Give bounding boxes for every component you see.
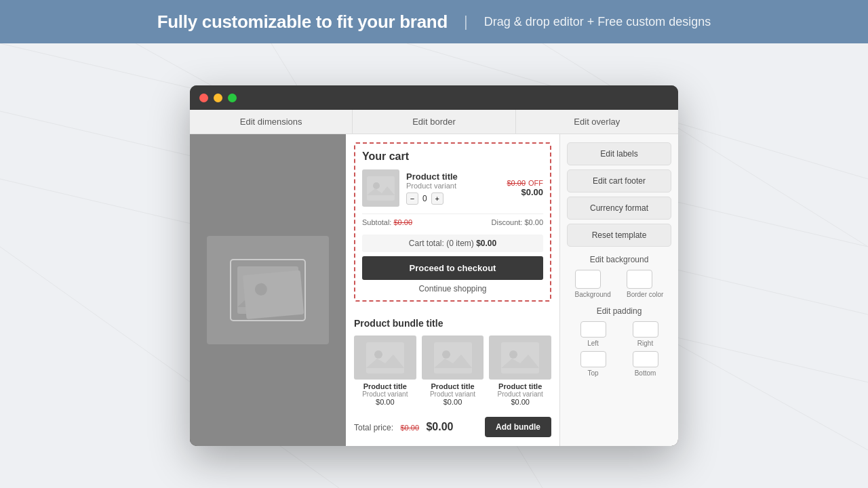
bundle-product-image-1 — [354, 336, 416, 380]
subtotal-value: $0.00 — [393, 218, 412, 226]
bundle-total-area: Total price: $0.00 $0.00 — [354, 421, 454, 433]
cart-item: Product title Product variant − 0 + $0.0… — [362, 169, 543, 207]
bundle-product-price-1: $0.00 — [354, 398, 416, 406]
padding-top-bottom-row: Top Bottom — [567, 351, 671, 377]
header-divider: | — [464, 13, 468, 30]
svg-point-14 — [373, 182, 380, 189]
svg-point-16 — [374, 350, 382, 359]
padding-bottom-container: Bottom — [633, 351, 658, 377]
border-color-swatch[interactable] — [627, 270, 652, 289]
subtotal-label: Subtotal: $0.00 — [362, 218, 412, 226]
color-swatches: Background Border color — [567, 270, 671, 298]
background-swatch-container: Background — [575, 270, 611, 298]
cart-item-title: Product title — [406, 171, 500, 182]
border-color-label: Border color — [627, 291, 663, 298]
maximize-button[interactable] — [228, 94, 237, 102]
cart-total-line: Cart total: (0 item) $0.00 — [362, 235, 543, 252]
bundle-total-price: $0.00 — [426, 421, 453, 432]
bundle-total-original: $0.00 — [400, 424, 419, 432]
bundle-product-title-3: Product title — [489, 382, 551, 390]
bundle-title: Product bundle title — [354, 318, 551, 329]
background-label: Background — [575, 291, 611, 298]
svg-rect-19 — [501, 342, 539, 373]
cart-item-image — [362, 169, 399, 207]
padding-top-container: Top — [580, 351, 606, 377]
add-bundle-button[interactable]: Add bundle — [485, 417, 551, 437]
cart-item-price: $0.00 — [507, 187, 543, 197]
right-panel: Edit labels Edit cart footer Currency fo… — [559, 134, 678, 446]
minimize-button[interactable] — [214, 94, 222, 102]
cart-totals: Subtotal: $0.00 Discount: $0.00 — [362, 214, 543, 230]
svg-point-20 — [509, 350, 517, 359]
bundle-products: Product title Product variant $0.00 — [354, 336, 551, 406]
padding-right-container: Right — [633, 321, 658, 347]
bundle-product-price-3: $0.00 — [489, 398, 551, 406]
padding-left-container: Left — [580, 321, 606, 347]
placeholder-image — [207, 236, 329, 344]
svg-rect-11 — [243, 270, 304, 319]
bundle-product-1: Product title Product variant $0.00 — [354, 336, 416, 406]
svg-rect-13 — [367, 176, 395, 201]
background-swatch[interactable] — [575, 270, 601, 289]
padding-top-label: Top — [580, 369, 606, 377]
main-area: Edit dimensions Edit border Edit overlay — [0, 43, 868, 488]
header: Fully customizable to fit your brand | D… — [0, 0, 868, 43]
title-bar — [190, 85, 678, 110]
padding-grid: Left Right Top — [567, 321, 671, 377]
qty-value: 0 — [422, 194, 427, 203]
bundle-product-3: Product title Product variant $0.00 — [489, 336, 551, 406]
svg-point-18 — [442, 350, 450, 359]
checkout-button[interactable]: Proceed to checkout — [362, 256, 543, 280]
edit-background-label: Edit background — [567, 255, 671, 264]
cart-title: Your cart — [362, 150, 543, 163]
border-color-swatch-container: Border color — [627, 270, 663, 298]
svg-rect-17 — [434, 342, 472, 373]
continue-shopping-link[interactable]: Continue shopping — [362, 284, 543, 293]
qty-increase-button[interactable]: + — [431, 192, 443, 205]
cart-dashed: Your cart Product title Produ — [354, 142, 551, 302]
discount-label: Discount: $0.00 — [492, 218, 543, 226]
cart-panel: Your cart Product title Produ — [346, 134, 559, 446]
padding-right-input[interactable] — [633, 321, 658, 338]
bundle-section: Product bundle title Product title — [346, 310, 559, 445]
bundle-product-variant-2: Product variant — [422, 390, 484, 398]
cart-item-variant: Product variant — [406, 182, 500, 190]
bundle-product-2: Product title Product variant $0.00 — [422, 336, 484, 406]
close-button[interactable] — [199, 94, 208, 102]
tab-edit-overlay[interactable]: Edit overlay — [516, 110, 678, 134]
bundle-product-price-2: $0.00 — [422, 398, 484, 406]
content-area: Your cart Product title Produ — [190, 134, 678, 446]
bundle-footer: Total price: $0.00 $0.00 Add bundle — [354, 413, 551, 437]
padding-left-label: Left — [580, 340, 606, 347]
tab-bar: Edit dimensions Edit border Edit overlay — [190, 110, 678, 134]
reset-template-button[interactable]: Reset template — [567, 224, 671, 247]
bundle-total-label: Total price: — [354, 423, 393, 432]
bundle-product-image-3 — [489, 336, 551, 380]
cart-qty-control: − 0 + — [406, 192, 500, 205]
tab-edit-border[interactable]: Edit border — [353, 110, 515, 134]
header-subtitle: Drag & drop editor + Free custom designs — [484, 15, 711, 29]
padding-top-input[interactable] — [580, 351, 606, 367]
padding-bottom-input[interactable] — [633, 351, 658, 367]
cart-item-price-area: $0.00 OFF $0.00 — [507, 179, 543, 197]
bundle-product-image-2 — [422, 336, 484, 380]
padding-right-label: Right — [633, 340, 658, 347]
cart-item-info: Product title Product variant − 0 + — [406, 171, 500, 205]
edit-labels-button[interactable]: Edit labels — [567, 142, 671, 165]
padding-bottom-label: Bottom — [633, 369, 658, 377]
cart-item-original-price: $0.00 — [507, 179, 526, 187]
bundle-product-variant-3: Product variant — [489, 390, 551, 398]
edit-padding-label: Edit padding — [567, 306, 671, 316]
cart-item-off-label: OFF — [528, 179, 543, 187]
header-title: Fully customizable to fit your brand — [157, 12, 448, 33]
padding-left-input[interactable] — [580, 321, 606, 338]
window: Edit dimensions Edit border Edit overlay — [190, 85, 678, 446]
bundle-product-title-2: Product title — [422, 382, 484, 390]
edit-cart-footer-button[interactable]: Edit cart footer — [567, 169, 671, 192]
tab-edit-dimensions[interactable]: Edit dimensions — [190, 110, 353, 134]
qty-decrease-button[interactable]: − — [406, 192, 418, 205]
currency-format-button[interactable]: Currency format — [567, 197, 671, 220]
padding-left-right-row: Left Right — [567, 321, 671, 347]
left-panel — [190, 134, 346, 446]
bundle-product-title-1: Product title — [354, 382, 416, 390]
